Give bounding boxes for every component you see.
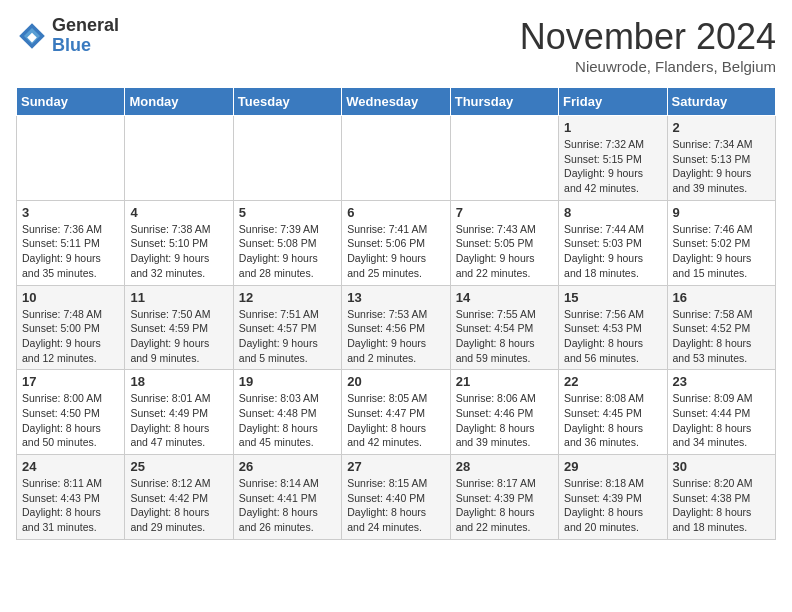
- day-number: 20: [347, 374, 444, 389]
- day-info: Sunrise: 7:48 AMSunset: 5:00 PMDaylight:…: [22, 307, 119, 366]
- day-number: 16: [673, 290, 770, 305]
- calendar-cell: 9Sunrise: 7:46 AMSunset: 5:02 PMDaylight…: [667, 200, 775, 285]
- month-title: November 2024: [520, 16, 776, 58]
- day-number: 25: [130, 459, 227, 474]
- calendar-week-1: 1Sunrise: 7:32 AMSunset: 5:15 PMDaylight…: [17, 116, 776, 201]
- calendar-cell: 28Sunrise: 8:17 AMSunset: 4:39 PMDayligh…: [450, 455, 558, 540]
- day-number: 22: [564, 374, 661, 389]
- day-info: Sunrise: 8:17 AMSunset: 4:39 PMDaylight:…: [456, 476, 553, 535]
- day-number: 21: [456, 374, 553, 389]
- calendar-cell: 15Sunrise: 7:56 AMSunset: 4:53 PMDayligh…: [559, 285, 667, 370]
- calendar-week-2: 3Sunrise: 7:36 AMSunset: 5:11 PMDaylight…: [17, 200, 776, 285]
- day-number: 24: [22, 459, 119, 474]
- day-number: 30: [673, 459, 770, 474]
- logo: General Blue: [16, 16, 119, 56]
- calendar-cell: 1Sunrise: 7:32 AMSunset: 5:15 PMDaylight…: [559, 116, 667, 201]
- day-info: Sunrise: 8:15 AMSunset: 4:40 PMDaylight:…: [347, 476, 444, 535]
- day-number: 2: [673, 120, 770, 135]
- weekday-row: SundayMondayTuesdayWednesdayThursdayFrid…: [17, 88, 776, 116]
- day-info: Sunrise: 7:43 AMSunset: 5:05 PMDaylight:…: [456, 222, 553, 281]
- day-info: Sunrise: 8:09 AMSunset: 4:44 PMDaylight:…: [673, 391, 770, 450]
- day-number: 23: [673, 374, 770, 389]
- day-info: Sunrise: 8:11 AMSunset: 4:43 PMDaylight:…: [22, 476, 119, 535]
- calendar-cell: [342, 116, 450, 201]
- day-info: Sunrise: 8:14 AMSunset: 4:41 PMDaylight:…: [239, 476, 336, 535]
- day-info: Sunrise: 7:38 AMSunset: 5:10 PMDaylight:…: [130, 222, 227, 281]
- calendar-cell: [125, 116, 233, 201]
- calendar-cell: 30Sunrise: 8:20 AMSunset: 4:38 PMDayligh…: [667, 455, 775, 540]
- calendar-cell: 16Sunrise: 7:58 AMSunset: 4:52 PMDayligh…: [667, 285, 775, 370]
- day-info: Sunrise: 7:46 AMSunset: 5:02 PMDaylight:…: [673, 222, 770, 281]
- logo-icon: [16, 20, 48, 52]
- calendar-cell: 20Sunrise: 8:05 AMSunset: 4:47 PMDayligh…: [342, 370, 450, 455]
- day-number: 4: [130, 205, 227, 220]
- calendar-cell: 24Sunrise: 8:11 AMSunset: 4:43 PMDayligh…: [17, 455, 125, 540]
- day-info: Sunrise: 7:41 AMSunset: 5:06 PMDaylight:…: [347, 222, 444, 281]
- day-number: 19: [239, 374, 336, 389]
- day-number: 6: [347, 205, 444, 220]
- weekday-header-sunday: Sunday: [17, 88, 125, 116]
- calendar-cell: 8Sunrise: 7:44 AMSunset: 5:03 PMDaylight…: [559, 200, 667, 285]
- day-info: Sunrise: 7:36 AMSunset: 5:11 PMDaylight:…: [22, 222, 119, 281]
- day-number: 28: [456, 459, 553, 474]
- logo-text: General Blue: [52, 16, 119, 56]
- day-number: 14: [456, 290, 553, 305]
- calendar-cell: 2Sunrise: 7:34 AMSunset: 5:13 PMDaylight…: [667, 116, 775, 201]
- weekday-header-friday: Friday: [559, 88, 667, 116]
- page-header: General Blue November 2024 Nieuwrode, Fl…: [16, 16, 776, 75]
- day-info: Sunrise: 7:58 AMSunset: 4:52 PMDaylight:…: [673, 307, 770, 366]
- calendar-header: SundayMondayTuesdayWednesdayThursdayFrid…: [17, 88, 776, 116]
- weekday-header-thursday: Thursday: [450, 88, 558, 116]
- calendar-body: 1Sunrise: 7:32 AMSunset: 5:15 PMDaylight…: [17, 116, 776, 540]
- calendar-week-5: 24Sunrise: 8:11 AMSunset: 4:43 PMDayligh…: [17, 455, 776, 540]
- day-info: Sunrise: 7:44 AMSunset: 5:03 PMDaylight:…: [564, 222, 661, 281]
- day-number: 18: [130, 374, 227, 389]
- calendar-cell: 10Sunrise: 7:48 AMSunset: 5:00 PMDayligh…: [17, 285, 125, 370]
- calendar-cell: 3Sunrise: 7:36 AMSunset: 5:11 PMDaylight…: [17, 200, 125, 285]
- day-info: Sunrise: 8:12 AMSunset: 4:42 PMDaylight:…: [130, 476, 227, 535]
- day-number: 10: [22, 290, 119, 305]
- day-info: Sunrise: 8:05 AMSunset: 4:47 PMDaylight:…: [347, 391, 444, 450]
- calendar-week-3: 10Sunrise: 7:48 AMSunset: 5:00 PMDayligh…: [17, 285, 776, 370]
- calendar-cell: 17Sunrise: 8:00 AMSunset: 4:50 PMDayligh…: [17, 370, 125, 455]
- day-info: Sunrise: 8:08 AMSunset: 4:45 PMDaylight:…: [564, 391, 661, 450]
- weekday-header-saturday: Saturday: [667, 88, 775, 116]
- day-info: Sunrise: 7:53 AMSunset: 4:56 PMDaylight:…: [347, 307, 444, 366]
- calendar-cell: 14Sunrise: 7:55 AMSunset: 4:54 PMDayligh…: [450, 285, 558, 370]
- logo-blue: Blue: [52, 36, 119, 56]
- day-number: 1: [564, 120, 661, 135]
- calendar-cell: 13Sunrise: 7:53 AMSunset: 4:56 PMDayligh…: [342, 285, 450, 370]
- day-number: 7: [456, 205, 553, 220]
- calendar-week-4: 17Sunrise: 8:00 AMSunset: 4:50 PMDayligh…: [17, 370, 776, 455]
- calendar-cell: 27Sunrise: 8:15 AMSunset: 4:40 PMDayligh…: [342, 455, 450, 540]
- calendar-cell: 6Sunrise: 7:41 AMSunset: 5:06 PMDaylight…: [342, 200, 450, 285]
- day-info: Sunrise: 8:03 AMSunset: 4:48 PMDaylight:…: [239, 391, 336, 450]
- day-number: 15: [564, 290, 661, 305]
- day-number: 13: [347, 290, 444, 305]
- day-info: Sunrise: 7:32 AMSunset: 5:15 PMDaylight:…: [564, 137, 661, 196]
- calendar-cell: 4Sunrise: 7:38 AMSunset: 5:10 PMDaylight…: [125, 200, 233, 285]
- calendar-cell: 26Sunrise: 8:14 AMSunset: 4:41 PMDayligh…: [233, 455, 341, 540]
- calendar-cell: 23Sunrise: 8:09 AMSunset: 4:44 PMDayligh…: [667, 370, 775, 455]
- day-info: Sunrise: 8:20 AMSunset: 4:38 PMDaylight:…: [673, 476, 770, 535]
- day-number: 26: [239, 459, 336, 474]
- location: Nieuwrode, Flanders, Belgium: [520, 58, 776, 75]
- calendar-cell: 11Sunrise: 7:50 AMSunset: 4:59 PMDayligh…: [125, 285, 233, 370]
- calendar-cell: [17, 116, 125, 201]
- weekday-header-wednesday: Wednesday: [342, 88, 450, 116]
- day-info: Sunrise: 8:06 AMSunset: 4:46 PMDaylight:…: [456, 391, 553, 450]
- weekday-header-tuesday: Tuesday: [233, 88, 341, 116]
- day-info: Sunrise: 7:34 AMSunset: 5:13 PMDaylight:…: [673, 137, 770, 196]
- calendar-cell: [233, 116, 341, 201]
- day-info: Sunrise: 7:56 AMSunset: 4:53 PMDaylight:…: [564, 307, 661, 366]
- title-block: November 2024 Nieuwrode, Flanders, Belgi…: [520, 16, 776, 75]
- calendar-cell: 29Sunrise: 8:18 AMSunset: 4:39 PMDayligh…: [559, 455, 667, 540]
- calendar-cell: 7Sunrise: 7:43 AMSunset: 5:05 PMDaylight…: [450, 200, 558, 285]
- day-info: Sunrise: 7:50 AMSunset: 4:59 PMDaylight:…: [130, 307, 227, 366]
- day-number: 12: [239, 290, 336, 305]
- calendar-table: SundayMondayTuesdayWednesdayThursdayFrid…: [16, 87, 776, 540]
- calendar-cell: 12Sunrise: 7:51 AMSunset: 4:57 PMDayligh…: [233, 285, 341, 370]
- day-number: 29: [564, 459, 661, 474]
- day-number: 11: [130, 290, 227, 305]
- day-number: 5: [239, 205, 336, 220]
